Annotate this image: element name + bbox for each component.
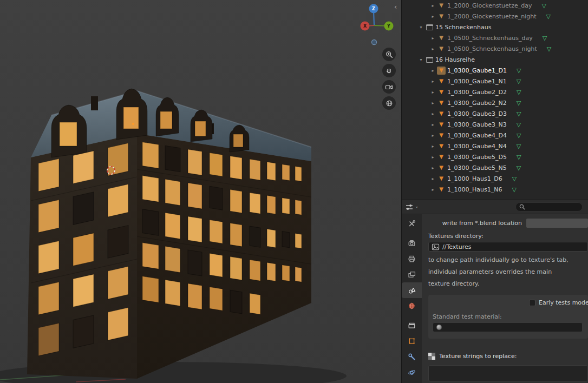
object-name[interactable]: 1_1000_Haus1_D6 [446, 175, 502, 182]
object-type-icon[interactable] [437, 77, 446, 85]
object-type-icon[interactable] [437, 121, 446, 129]
tab-tool[interactable] [402, 216, 422, 232]
outliner-row[interactable]: 1_0300_Gaube3_N3 [402, 119, 588, 130]
search-input[interactable] [527, 203, 579, 210]
expand-arrow-icon[interactable] [429, 79, 437, 84]
navigation-gizmo[interactable]: Z X Y [355, 1, 398, 51]
mesh-data-icon [517, 132, 521, 139]
expand-arrow-icon[interactable] [429, 3, 437, 8]
object-type-icon[interactable] [425, 56, 434, 64]
object-type-icon[interactable] [437, 153, 446, 161]
object-type-icon[interactable] [437, 67, 446, 75]
outliner-row[interactable]: 16 Hausreihe [402, 54, 588, 65]
object-name[interactable]: 1_0300_Gaube1_N1 [446, 78, 507, 85]
outliner-row[interactable]: 1_0300_Gaube5_D5 [402, 151, 588, 162]
object-name[interactable]: 1_0300_Gaube4_N4 [446, 143, 507, 150]
object-name[interactable]: 1_0300_Gaube3_N3 [446, 121, 507, 128]
expand-arrow-icon[interactable] [429, 36, 437, 41]
tab-scene[interactable] [402, 282, 422, 298]
object-name[interactable]: 1_2000_Glockenstuetze_day [446, 2, 532, 9]
object-name[interactable]: 1_0500_Schneckenhaus_night [446, 45, 537, 52]
expand-arrow-icon[interactable] [429, 68, 437, 73]
object-name[interactable]: 1_0300_Gaube1_D1 [446, 67, 507, 74]
expand-arrow-icon[interactable] [429, 122, 437, 127]
expand-arrow-icon[interactable] [429, 155, 437, 160]
outliner-row[interactable]: 15 Schneckenhaus [402, 22, 588, 32]
tab-output[interactable] [402, 251, 422, 267]
viewport-3d[interactable]: Z X Y [0, 0, 401, 383]
object-type-icon[interactable] [437, 142, 446, 150]
outliner-row[interactable]: 1_1000_Haus1_D6 [402, 173, 588, 184]
expand-arrow-icon[interactable] [429, 133, 437, 138]
region-collapse-icon[interactable]: ‹ [394, 3, 397, 10]
object-type-icon[interactable] [437, 164, 446, 172]
object-name[interactable]: 1_0300_Gaube5_N5 [446, 164, 507, 171]
object-type-icon[interactable] [437, 99, 446, 107]
expand-arrow-icon[interactable] [417, 25, 425, 30]
object-name[interactable]: 1_2000_Glockenstuetze_night [446, 13, 537, 20]
write-from-field[interactable] [526, 219, 588, 228]
object-type-icon[interactable] [437, 45, 446, 53]
outliner-row[interactable]: 1_0500_Schneckenhaus_day [402, 32, 588, 43]
tab-world[interactable] [402, 298, 422, 314]
tab-object[interactable] [402, 333, 422, 349]
object-type-icon[interactable] [437, 175, 446, 183]
object-type-icon[interactable] [437, 88, 446, 96]
object-name[interactable]: 1_0500_Schneckenhaus_day [446, 35, 533, 42]
outliner-row[interactable]: 1_0300_Gaube4_N4 [402, 141, 588, 151]
expand-arrow-icon[interactable] [429, 144, 437, 149]
outliner-row[interactable]: 1_0300_Gaube4_D4 [402, 130, 588, 141]
tab-view-layer[interactable] [402, 267, 422, 282]
expand-arrow-icon[interactable] [429, 187, 437, 192]
object-type-icon[interactable] [437, 34, 446, 42]
object-type-icon[interactable] [425, 23, 434, 31]
object-type-icon[interactable] [437, 2, 446, 10]
expand-arrow-icon[interactable] [417, 57, 425, 62]
expand-arrow-icon[interactable] [429, 166, 437, 170]
editor-type-button[interactable]: ⌄ [405, 203, 419, 212]
expand-arrow-icon[interactable] [429, 111, 437, 116]
object-name[interactable]: 1_0300_Gaube2_D2 [446, 89, 507, 96]
outliner-row[interactable]: 1_2000_Glockenstuetze_day [402, 0, 588, 11]
gizmo-negative-z-axis[interactable] [372, 40, 377, 45]
camera-view-button[interactable] [382, 80, 396, 94]
zoom-button[interactable] [382, 48, 396, 61]
outliner-row[interactable]: 1_0300_Gaube3_D3 [402, 108, 588, 119]
object-type-icon[interactable] [437, 131, 446, 140]
outliner-row[interactable]: 1_0500_Schneckenhaus_night [402, 43, 588, 54]
standard-material-field[interactable] [433, 322, 583, 332]
outliner-row[interactable]: 1_0300_Gaube1_N1 [402, 76, 588, 87]
outliner-row[interactable]: 1_2000_Glockenstuetze_night [402, 11, 588, 22]
outliner-row[interactable]: 1_0300_Gaube1_D1 [402, 65, 588, 76]
expand-arrow-icon[interactable] [429, 14, 437, 19]
tab-collection[interactable] [402, 318, 422, 333]
texture-strings-field[interactable] [428, 365, 588, 381]
object-name[interactable]: 16 Hausreihe [434, 56, 475, 63]
object-type-icon[interactable] [437, 186, 446, 194]
object-name[interactable]: 1_1000_Haus1_N6 [446, 186, 502, 193]
texture-strings-header[interactable]: Texture strings to replace: [428, 353, 588, 360]
outliner-row[interactable]: 1_0300_Gaube5_N5 [402, 162, 588, 173]
expand-arrow-icon[interactable] [429, 101, 437, 105]
object-name[interactable]: 1_0300_Gaube4_D4 [446, 132, 507, 139]
object-name[interactable]: 15 Schneckenhaus [434, 24, 491, 31]
object-name[interactable]: 1_0300_Gaube5_D5 [446, 154, 507, 161]
early-tests-checkbox[interactable] [529, 300, 535, 306]
textures-directory-field[interactable]: //Textures [428, 242, 588, 252]
move-view-button[interactable] [382, 64, 396, 77]
object-type-icon[interactable] [437, 12, 446, 21]
tab-render[interactable] [402, 235, 422, 251]
tab-modifiers[interactable] [402, 349, 422, 365]
search-box[interactable] [515, 202, 583, 212]
expand-arrow-icon[interactable] [429, 47, 437, 51]
toggle-orthographic-button[interactable] [382, 96, 396, 110]
expand-arrow-icon[interactable] [429, 90, 437, 95]
outliner-row[interactable]: 1_1000_Haus1_N6 [402, 184, 588, 195]
expand-arrow-icon[interactable] [429, 176, 437, 181]
outliner-row[interactable]: 1_0300_Gaube2_D2 [402, 87, 588, 97]
object-name[interactable]: 1_0300_Gaube2_N2 [446, 100, 507, 107]
object-name[interactable]: 1_0300_Gaube3_D3 [446, 110, 507, 117]
object-type-icon[interactable] [437, 110, 446, 118]
outliner-row[interactable]: 1_0300_Gaube2_N2 [402, 97, 588, 108]
tab-physics[interactable] [402, 365, 422, 380]
